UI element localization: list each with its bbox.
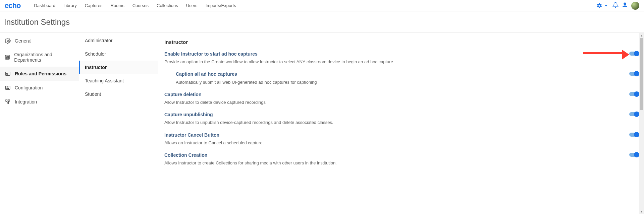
sidebar-sub-scheduler[interactable]: Scheduler <box>79 47 158 61</box>
sidebar-primary: General Organizations and Departments Ro… <box>0 32 79 214</box>
toggle-collection-creation[interactable] <box>629 153 639 157</box>
sidebar-secondary: Administrator Scheduler Instructor Teach… <box>79 32 158 214</box>
svg-point-0 <box>7 40 9 42</box>
logo-text: echo <box>5 1 20 10</box>
nav-dashboard[interactable]: Dashboard <box>30 3 59 8</box>
gear-icon <box>596 3 602 9</box>
setting-text: Capture unpublishing Allow Instructor to… <box>164 112 623 126</box>
setting-capture-unpublishing: Capture unpublishing Allow Instructor to… <box>164 112 639 126</box>
setting-desc: Allows Instructor to create Collections … <box>164 160 623 166</box>
svg-point-14 <box>8 88 8 89</box>
sidebar-item-label: Organizations and Departments <box>14 52 74 63</box>
setting-capture-deletion: Capture deletion Allow Instructor to del… <box>164 91 639 105</box>
setting-desc: Automatically submit all web UI-generate… <box>176 79 623 85</box>
sidebar-item-configuration[interactable]: Configuration <box>0 81 79 95</box>
integration-icon <box>5 99 11 105</box>
setting-title: Caption all ad hoc captures <box>176 71 623 77</box>
toggle-enable-adhoc[interactable] <box>629 52 639 56</box>
sidebar-item-label: Configuration <box>15 85 43 90</box>
sidebar-item-label: General <box>15 38 32 44</box>
gear-icon <box>5 38 11 44</box>
setting-text: Caption all ad hoc captures Automaticall… <box>176 71 623 85</box>
setting-text: Enable Instructor to start ad hoc captur… <box>164 51 623 65</box>
sidebar-item-organizations[interactable]: Organizations and Departments <box>0 48 79 67</box>
svg-rect-2 <box>6 56 7 57</box>
sidebar-sub-administrator[interactable]: Administrator <box>79 34 158 47</box>
setting-text: Collection Creation Allows Instructor to… <box>164 152 623 166</box>
svg-rect-5 <box>8 58 9 59</box>
setting-desc: Allows an Instructor to Cancel a schedul… <box>164 140 623 146</box>
main-layout: General Organizations and Departments Ro… <box>0 32 644 214</box>
scroll-up-icon[interactable]: ▲ <box>639 33 644 38</box>
avatar[interactable] <box>631 2 639 10</box>
svg-rect-1 <box>5 55 9 59</box>
settings-menu-button[interactable] <box>596 3 609 9</box>
setting-enable-adhoc: Enable Instructor to start ad hoc captur… <box>164 51 639 65</box>
account-button[interactable] <box>622 2 628 9</box>
svg-rect-10 <box>5 86 10 90</box>
logo[interactable]: echo <box>5 1 20 10</box>
setting-title: Capture deletion <box>164 91 623 97</box>
nav-collections[interactable]: Collections <box>153 3 182 8</box>
sidebar-sub-instructor[interactable]: Instructor <box>79 61 158 74</box>
org-icon <box>5 54 10 60</box>
top-nav: echo Dashboard Library Captures Rooms Co… <box>0 0 644 11</box>
svg-rect-4 <box>6 58 7 59</box>
nav-library[interactable]: Library <box>59 3 81 8</box>
setting-text: Capture deletion Allow Instructor to del… <box>164 91 623 105</box>
account-icon <box>622 2 628 8</box>
setting-title: Collection Creation <box>164 152 623 158</box>
section-heading: Instructor <box>164 39 639 45</box>
nav-right <box>596 2 639 10</box>
nav-links: Dashboard Library Captures Rooms Courses… <box>30 3 240 8</box>
sidebar-item-label: Roles and Permissions <box>15 71 66 76</box>
setting-desc: Provide an option in the Create workflow… <box>164 59 623 65</box>
chevron-down-icon <box>603 3 609 9</box>
setting-cancel-button: Instructor Cancel Button Allows an Instr… <box>164 132 639 146</box>
setting-collection-creation: Collection Creation Allows Instructor to… <box>164 152 639 166</box>
setting-caption-adhoc: Caption all ad hoc captures Automaticall… <box>164 71 639 85</box>
svg-point-13 <box>7 87 7 87</box>
id-icon <box>5 71 11 77</box>
nav-imports-exports[interactable]: Imports/Exports <box>202 3 240 8</box>
toggle-capture-deletion[interactable] <box>629 92 639 96</box>
sidebar-item-roles-permissions[interactable]: Roles and Permissions <box>0 67 79 81</box>
sidebar-sub-teaching-assistant[interactable]: Teaching Assistant <box>79 74 158 87</box>
svg-rect-6 <box>5 72 10 76</box>
setting-title: Instructor Cancel Button <box>164 132 623 138</box>
sidebar-item-label: Integration <box>15 99 37 104</box>
notifications-button[interactable] <box>612 2 619 9</box>
svg-rect-17 <box>7 102 9 104</box>
bell-icon <box>612 2 619 8</box>
svg-rect-16 <box>8 100 10 101</box>
vertical-scrollbar[interactable]: ▲ ▼ <box>639 33 644 214</box>
nav-captures[interactable]: Captures <box>81 3 107 8</box>
setting-title: Enable Instructor to start ad hoc captur… <box>164 51 623 57</box>
toggle-caption-adhoc[interactable] <box>629 72 639 76</box>
toggle-capture-unpublishing[interactable] <box>629 112 639 116</box>
svg-rect-15 <box>6 100 7 101</box>
sidebar-item-general[interactable]: General <box>0 34 79 48</box>
nav-rooms[interactable]: Rooms <box>106 3 128 8</box>
scroll-thumb[interactable] <box>640 38 643 110</box>
content-panel: Instructor Enable Instructor to start ad… <box>158 32 644 214</box>
scroll-down-icon[interactable]: ▼ <box>639 209 644 214</box>
sidebar-item-integration[interactable]: Integration <box>0 95 79 109</box>
toggle-cancel-button[interactable] <box>629 133 639 137</box>
page-title: Institution Settings <box>0 11 644 32</box>
svg-rect-3 <box>8 56 9 57</box>
sidebar-sub-student[interactable]: Student <box>79 87 158 101</box>
nav-users[interactable]: Users <box>182 3 202 8</box>
svg-point-7 <box>6 73 7 74</box>
setting-text: Instructor Cancel Button Allows an Instr… <box>164 132 623 146</box>
setting-desc: Allow Instructor to delete device captur… <box>164 99 623 105</box>
nav-courses[interactable]: Courses <box>128 3 153 8</box>
sliders-icon <box>5 85 11 91</box>
setting-desc: Allow Instructor to unpublish device-cap… <box>164 120 623 126</box>
setting-title: Capture unpublishing <box>164 112 623 118</box>
